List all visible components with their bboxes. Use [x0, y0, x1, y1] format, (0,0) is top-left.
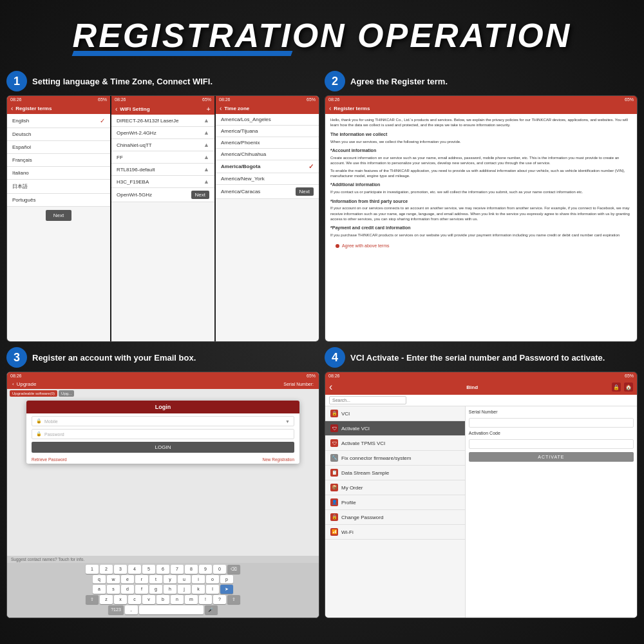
menu-activate-tpms[interactable]: 🛡 Activate TPMS VCI — [325, 436, 465, 451]
login-button[interactable]: LOGIN — [32, 442, 294, 453]
add-wifi-icon[interactable]: + — [207, 105, 211, 113]
key-m[interactable]: m — [185, 595, 198, 604]
key-l[interactable]: l — [206, 585, 219, 594]
wifi-item-2[interactable]: OpenWrt-2.4GHz ▲ — [111, 127, 214, 139]
menu-vci[interactable]: 🔒 VCI — [325, 406, 465, 421]
lock-nav-icon[interactable]: 🔒 — [612, 383, 621, 392]
lang-deutsch[interactable]: Deutsch — [7, 128, 110, 141]
menu-activate-vci[interactable]: 🛡 Activate VCI — [325, 421, 465, 436]
shift-key[interactable]: ⇧ — [86, 595, 99, 604]
shift-key-2[interactable]: ⇧ — [227, 595, 240, 604]
key-r[interactable]: r — [135, 575, 148, 583]
back-arrow-wifi-icon[interactable]: ‹ — [115, 106, 117, 113]
upgradeable-tab[interactable]: Upgradeable software(0) — [10, 390, 57, 397]
key-2[interactable]: 2 — [100, 565, 113, 574]
menu-data-stream[interactable]: 📋 Data Stream Sample — [325, 466, 465, 480]
key-o[interactable]: o — [206, 575, 219, 583]
key-h[interactable]: h — [164, 585, 176, 594]
wifi-item-5[interactable]: RTL8196-default ▲ — [111, 164, 214, 176]
activation-code-input[interactable] — [469, 439, 634, 449]
key-question[interactable]: ? — [213, 595, 226, 604]
key-e[interactable]: e — [121, 575, 134, 583]
key-u[interactable]: u — [178, 575, 191, 583]
search-input[interactable] — [329, 396, 406, 404]
serial-number-input[interactable] — [469, 418, 634, 428]
key-w[interactable]: w — [107, 575, 120, 583]
key-y[interactable]: y — [164, 575, 176, 583]
key-i[interactable]: i — [192, 575, 205, 583]
wifi-item-3[interactable]: ChinaNet-uqTT ▲ — [111, 139, 214, 151]
key-8[interactable]: 8 — [185, 565, 198, 574]
num-switch-key[interactable]: ?123 — [108, 605, 124, 614]
key-d[interactable]: d — [121, 585, 134, 594]
wifi-item-6[interactable]: H3C_F19EBA ▲ — [111, 176, 214, 188]
back-arrow-terms-icon[interactable]: ‹ — [329, 105, 331, 112]
back-arrow-icon[interactable]: ‹ — [11, 105, 13, 112]
menu-my-order[interactable]: 📦 My Order — [325, 480, 465, 495]
key-5[interactable]: 5 — [142, 565, 155, 574]
key-0[interactable]: 0 — [213, 565, 226, 574]
menu-change-password[interactable]: 🔒 Change Password — [325, 510, 465, 525]
tz-tj[interactable]: America/Tijuana — [216, 126, 319, 137]
dropdown-arrow-icon[interactable]: ▼ — [285, 419, 290, 424]
lang-espanol[interactable]: Español — [7, 141, 110, 154]
retrieve-password-link[interactable]: Retrieve Password — [32, 457, 67, 462]
lang-english[interactable]: English ✓ — [7, 114, 110, 128]
lang-japanese[interactable]: 日本語 — [7, 180, 110, 194]
menu-profile[interactable]: 👤 Profile — [325, 495, 465, 510]
key-k[interactable]: k — [192, 585, 205, 594]
key-7[interactable]: 7 — [171, 565, 184, 574]
key-t[interactable]: t — [149, 575, 162, 583]
key-3[interactable]: 3 — [114, 565, 127, 574]
key-comma[interactable]: , — [125, 605, 138, 614]
key-1[interactable]: 1 — [86, 565, 99, 574]
tz-ch[interactable]: America/Chihuahua — [216, 149, 319, 160]
back-arrow-bind-icon[interactable]: ‹ — [329, 381, 332, 393]
lang-italiano[interactable]: Italiano — [7, 167, 110, 180]
key-g[interactable]: g — [149, 585, 162, 594]
return-key[interactable]: ➤ — [220, 585, 233, 594]
key-x[interactable]: x — [114, 595, 127, 604]
key-q[interactable]: q — [93, 575, 106, 583]
tz-ph[interactable]: America/Phoenix — [216, 137, 319, 149]
tz-car[interactable]: America/Caracas Next — [216, 185, 319, 199]
upgrade-tab[interactable]: Upg... — [59, 390, 74, 397]
tz-ny[interactable]: America/New_York — [216, 173, 319, 185]
tz-bogota[interactable]: America/Bogota ✓ — [216, 160, 319, 173]
wifi-item-1[interactable]: DIRECT-26-M132f LaserJe ▲ — [111, 115, 214, 127]
key-b[interactable]: b — [156, 595, 169, 604]
key-f[interactable]: f — [135, 585, 148, 594]
space-key[interactable] — [139, 605, 204, 614]
agree-terms-row[interactable]: Agree with above terms — [330, 241, 632, 251]
new-registration-link[interactable]: New Registration — [263, 457, 295, 462]
menu-wifi[interactable]: 📶 Wi-Fi — [325, 525, 465, 540]
back-arrow-tz-icon[interactable]: ‹ — [220, 105, 222, 112]
key-9[interactable]: 9 — [199, 565, 212, 574]
wifi-item-7[interactable]: OpenWrt-5GHz Next — [111, 188, 214, 202]
key-4[interactable]: 4 — [128, 565, 141, 574]
lang-portugues[interactable]: Português — [7, 194, 110, 207]
key-j[interactable]: j — [178, 585, 191, 594]
home-nav-icon[interactable]: 🏠 — [624, 383, 633, 392]
lang-next-button[interactable]: Next — [46, 210, 71, 221]
backspace-key[interactable]: ⌫ — [227, 565, 240, 574]
key-v[interactable]: v — [142, 595, 155, 604]
key-a[interactable]: a — [93, 585, 106, 594]
tz-next-button[interactable]: Next — [296, 187, 314, 196]
menu-fix-connector[interactable]: 🔧 Fix connector firmware/system — [325, 451, 465, 466]
key-s[interactable]: s — [107, 585, 120, 594]
key-excl[interactable]: ! — [199, 595, 212, 604]
key-c[interactable]: c — [128, 595, 141, 604]
tz-la[interactable]: America/Los_Angeles — [216, 114, 319, 126]
password-field[interactable]: 🔒 Password — [32, 429, 294, 439]
lang-francais[interactable]: Français — [7, 154, 110, 167]
wifi-next-button[interactable]: Next — [191, 191, 209, 199]
mic-icon[interactable]: 🎤 — [205, 605, 218, 614]
wifi-item-4[interactable]: FF ▲ — [111, 151, 214, 164]
back-arrow-upgrade-icon[interactable]: ‹ — [12, 381, 14, 387]
key-z[interactable]: z — [100, 595, 113, 604]
key-n[interactable]: n — [171, 595, 184, 604]
key-p[interactable]: p — [220, 575, 233, 583]
activate-button[interactable]: ACTIVATE — [469, 452, 634, 462]
key-6[interactable]: 6 — [156, 565, 169, 574]
